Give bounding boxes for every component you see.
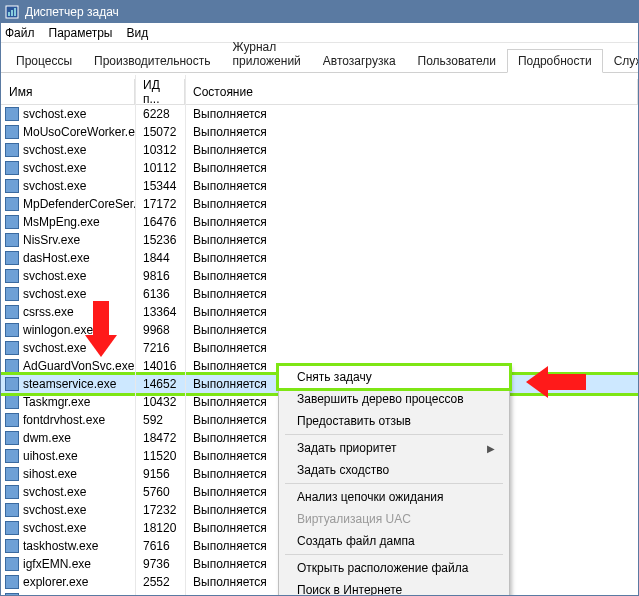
titlebar[interactable]: Диспетчер задач	[1, 1, 638, 23]
menu-item[interactable]: Задать сходство	[279, 459, 509, 481]
process-name: svchost.exe	[23, 341, 86, 355]
process-icon	[5, 377, 19, 391]
tab-2[interactable]: Журнал приложений	[222, 35, 312, 72]
tab-3[interactable]: Автозагрузка	[312, 49, 407, 72]
process-icon	[5, 287, 19, 301]
process-pid: 9816	[135, 269, 185, 283]
process-icon	[5, 233, 19, 247]
table-row[interactable]: svchost.exe6228Выполняется	[1, 105, 638, 123]
process-name: explorer.exe	[23, 575, 88, 589]
tab-bar: ПроцессыПроизводительностьЖурнал приложе…	[1, 47, 638, 73]
menu-view[interactable]: Вид	[126, 26, 148, 40]
tab-5[interactable]: Подробности	[507, 49, 603, 73]
process-icon	[5, 413, 19, 427]
process-state: Выполняется	[185, 197, 638, 211]
process-icon	[5, 107, 19, 121]
process-pid: 15236	[135, 233, 185, 247]
process-pid: 14652	[135, 377, 185, 391]
table-row[interactable]: NisSrv.exe15236Выполняется	[1, 231, 638, 249]
process-state: Выполняется	[185, 233, 638, 247]
menu-item: Виртуализация UAC	[279, 508, 509, 530]
menu-item-label: Открыть расположение файла	[297, 561, 468, 575]
menu-item[interactable]: Анализ цепочки ожидания	[279, 486, 509, 508]
table-row[interactable]: MsMpEng.exe16476Выполняется	[1, 213, 638, 231]
process-name: steamservice.exe	[23, 377, 116, 391]
table-row[interactable]: svchost.exe15344Выполняется	[1, 177, 638, 195]
process-pid: 17232	[135, 503, 185, 517]
menu-item[interactable]: Открыть расположение файла	[279, 557, 509, 579]
menu-file[interactable]: Файл	[5, 26, 35, 40]
process-pid: 16476	[135, 215, 185, 229]
tab-0[interactable]: Процессы	[5, 49, 83, 72]
process-name: dwm.exe	[23, 431, 71, 445]
menu-item-label: Завершить дерево процессов	[297, 392, 464, 406]
table-row[interactable]: MoUsoCoreWorker.exe15072Выполняется	[1, 123, 638, 141]
process-icon	[5, 575, 19, 589]
process-icon	[5, 125, 19, 139]
process-pid: 15072	[135, 125, 185, 139]
process-name: svchost.exe	[23, 287, 86, 301]
process-icon	[5, 161, 19, 175]
process-name: uihost.exe	[23, 449, 78, 463]
process-state: Выполняется	[185, 179, 638, 193]
process-icon	[5, 143, 19, 157]
menu-options[interactable]: Параметры	[49, 26, 113, 40]
process-name: svchost.exe	[23, 179, 86, 193]
process-state: Выполняется	[185, 215, 638, 229]
process-state: Выполняется	[185, 143, 638, 157]
chevron-right-icon: ▶	[487, 443, 495, 454]
process-icon	[5, 305, 19, 319]
tab-1[interactable]: Производительность	[83, 49, 221, 72]
process-icon	[5, 467, 19, 481]
process-state: Выполняется	[185, 107, 638, 121]
process-icon	[5, 449, 19, 463]
tab-6[interactable]: Службы	[603, 49, 639, 72]
process-icon	[5, 323, 19, 337]
menu-item-label: Задать приоритет	[297, 441, 396, 455]
menu-item[interactable]: Завершить дерево процессов	[279, 388, 509, 410]
col-separator	[185, 75, 186, 595]
col-name[interactable]: Имя	[1, 79, 135, 104]
process-pid: 1844	[135, 251, 185, 265]
menu-item-label: Анализ цепочки ожидания	[297, 490, 443, 504]
process-icon	[5, 251, 19, 265]
menu-item[interactable]: Поиск в Интернете	[279, 579, 509, 596]
process-pid: 2552	[135, 575, 185, 589]
process-name: csrss.exe	[23, 305, 74, 319]
col-state[interactable]: Состояние	[185, 79, 638, 104]
svg-rect-1	[8, 12, 10, 16]
process-state: Выполняется	[185, 251, 638, 265]
process-icon	[5, 359, 19, 373]
menu-item[interactable]: Задать приоритет▶	[279, 437, 509, 459]
process-state: Выполняется	[185, 269, 638, 283]
menu-item[interactable]: Предоставить отзыв	[279, 410, 509, 432]
table-row[interactable]: dasHost.exe1844Выполняется	[1, 249, 638, 267]
context-menu[interactable]: Снять задачуЗавершить дерево процессовПр…	[278, 365, 510, 596]
table-row[interactable]: MpDefenderCoreSer...17172Выполняется	[1, 195, 638, 213]
process-pid: 10432	[135, 395, 185, 409]
process-pid: 5760	[135, 485, 185, 499]
process-pid: 7216	[135, 341, 185, 355]
process-name: fontdrvhost.exe	[23, 413, 105, 427]
process-name: taskhostw.exe	[23, 539, 98, 553]
menu-item[interactable]: Создать файл дампа	[279, 530, 509, 552]
table-row[interactable]: svchost.exe10312Выполняется	[1, 141, 638, 159]
menu-item-label: Задать сходство	[297, 463, 389, 477]
process-name: igfxEMN.exe	[23, 557, 91, 571]
process-name: svchost.exe	[23, 269, 86, 283]
process-name: svchost.exe	[23, 107, 86, 121]
tab-4[interactable]: Пользователи	[407, 49, 507, 72]
menu-item[interactable]: Снять задачу	[279, 366, 509, 388]
process-icon	[5, 341, 19, 355]
table-row[interactable]: svchost.exe10112Выполняется	[1, 159, 638, 177]
process-icon	[5, 485, 19, 499]
window-title: Диспетчер задач	[25, 5, 119, 19]
table-row[interactable]: svchost.exe9816Выполняется	[1, 267, 638, 285]
process-icon	[5, 197, 19, 211]
menu-item-label: Виртуализация UAC	[297, 512, 411, 526]
col-separator	[135, 75, 136, 595]
menu-separator	[285, 483, 503, 484]
col-pid[interactable]: ИД п...	[135, 79, 185, 104]
process-pid: 11520	[135, 449, 185, 463]
process-name: dasHost.exe	[23, 251, 90, 265]
